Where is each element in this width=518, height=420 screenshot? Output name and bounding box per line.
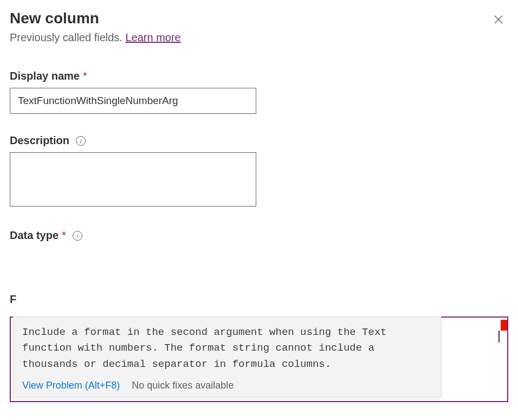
tooltip-message: Include a format in the second argument … [22, 325, 432, 372]
display-name-label: Display name [10, 70, 80, 82]
info-icon[interactable]: i [76, 136, 86, 146]
required-indicator: * [83, 70, 87, 82]
error-tooltip: Include a format in the second argument … [13, 316, 441, 397]
required-indicator: * [62, 229, 66, 242]
error-marker-icon [501, 320, 507, 331]
close-button[interactable] [489, 10, 508, 29]
info-icon[interactable]: i [73, 231, 82, 241]
view-problem-link[interactable]: View Problem (Alt+F8) [22, 380, 120, 391]
scrollbar-thumb[interactable] [498, 331, 500, 343]
data-type-label: Data type [10, 229, 59, 242]
description-input[interactable] [10, 152, 256, 206]
panel-subtitle: Previously called fields. Learn more [10, 31, 508, 44]
learn-more-link[interactable]: Learn more [125, 31, 180, 43]
subtitle-prefix: Previously called fields. [10, 31, 125, 43]
no-quick-fixes-text: No quick fixes available [132, 380, 234, 391]
panel-title: New column [10, 10, 99, 27]
description-label: Description [10, 134, 69, 147]
formula-label-obscured: F [10, 293, 16, 306]
close-icon [493, 14, 504, 25]
display-name-input[interactable] [10, 88, 256, 114]
